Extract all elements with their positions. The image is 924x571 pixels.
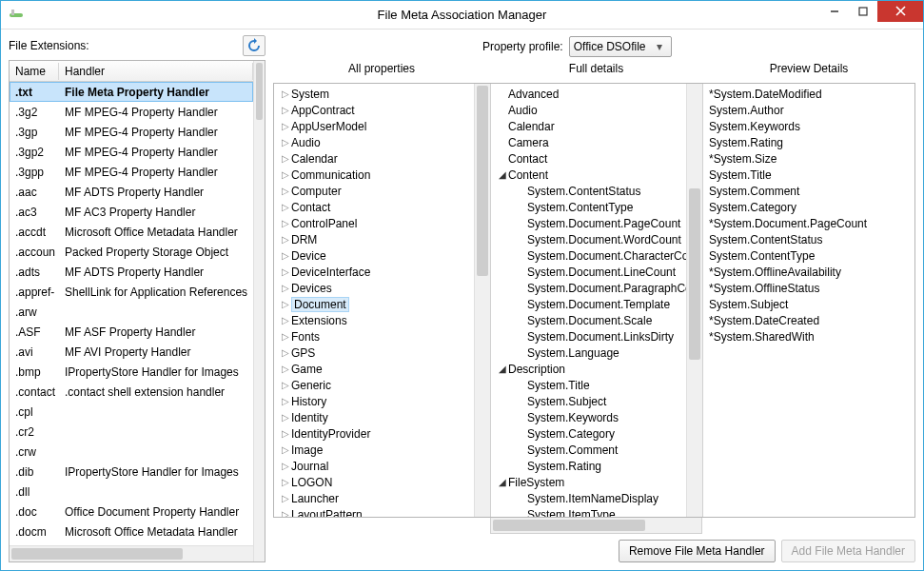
- expand-icon[interactable]: ▷: [280, 218, 291, 228]
- expand-icon[interactable]: ▷: [280, 412, 291, 423]
- expand-icon[interactable]: ▷: [280, 234, 291, 245]
- expand-icon[interactable]: ▷: [280, 347, 291, 358]
- tree-item[interactable]: ▷Communication: [274, 167, 474, 183]
- table-row[interactable]: .accdtMicrosoft Office Metadata Handler: [10, 222, 253, 242]
- table-row[interactable]: .accounPacked Property Storage Object: [10, 242, 253, 262]
- list-item[interactable]: System.Author: [703, 102, 914, 118]
- collapse-icon[interactable]: ◢: [497, 364, 508, 374]
- expand-icon[interactable]: ▷: [280, 331, 291, 342]
- tree-item[interactable]: System.Document.Template: [491, 296, 686, 312]
- tree-item[interactable]: ▷Devices: [274, 280, 474, 296]
- tree-item[interactable]: System.Rating: [491, 458, 686, 474]
- table-row[interactable]: .arw: [10, 302, 253, 322]
- tree-item[interactable]: System.Comment: [491, 442, 686, 458]
- expand-icon[interactable]: ▷: [280, 509, 291, 517]
- expand-icon[interactable]: ▷: [280, 186, 291, 196]
- table-row[interactable]: .3g2MF MPEG-4 Property Handler: [10, 102, 253, 122]
- expand-icon[interactable]: ▷: [280, 105, 291, 115]
- expand-icon[interactable]: ▷: [280, 461, 291, 471]
- table-row[interactable]: .3gpMF MPEG-4 Property Handler: [10, 122, 253, 142]
- list-item[interactable]: *System.OfflineAvailability: [703, 264, 914, 280]
- tree-item[interactable]: Audio: [491, 102, 686, 118]
- expand-icon[interactable]: ▷: [280, 266, 291, 277]
- tree-item[interactable]: ▷Generic: [274, 377, 474, 393]
- expand-icon[interactable]: ▷: [280, 202, 291, 212]
- list-item[interactable]: System.ContentType: [703, 247, 914, 264]
- tree-item[interactable]: System.Language: [491, 345, 686, 361]
- table-row[interactable]: .contact.contact shell extension handler: [10, 382, 253, 402]
- tree-item[interactable]: System.ItemType: [491, 506, 686, 517]
- expand-icon[interactable]: ▷: [280, 137, 291, 148]
- expand-icon[interactable]: ▷: [280, 250, 291, 261]
- tree-item[interactable]: ▷Image: [274, 442, 474, 458]
- all-properties-tree[interactable]: ▷System▷AppContract▷AppUserModel▷Audio▷C…: [274, 84, 474, 517]
- table-row[interactable]: .cr2: [10, 422, 253, 442]
- tree-item[interactable]: ▷DeviceInterface: [274, 264, 474, 280]
- horizontal-scrollbar[interactable]: [490, 518, 702, 534]
- table-row[interactable]: .txtFile Meta Property Handler: [10, 82, 253, 102]
- list-item[interactable]: *System.DateCreated: [703, 312, 914, 328]
- close-button[interactable]: [877, 1, 923, 22]
- table-row[interactable]: .ac3MF AC3 Property Handler: [10, 202, 253, 222]
- tree-item[interactable]: ◢FileSystem: [491, 474, 686, 490]
- tree-item[interactable]: ▷Identity: [274, 409, 474, 425]
- list-item[interactable]: System.Comment: [703, 183, 914, 199]
- table-row[interactable]: .docmMicrosoft Office Metadata Handler: [10, 522, 253, 541]
- tree-item[interactable]: ▷Extensions: [274, 312, 474, 328]
- tree-item[interactable]: ▷IdentityProvider: [274, 425, 474, 442]
- tree-item[interactable]: System.ContentType: [491, 199, 686, 215]
- list-item[interactable]: *System.SharedWith: [703, 328, 914, 345]
- list-item[interactable]: System.Category: [703, 199, 914, 215]
- collapse-icon[interactable]: ◢: [497, 477, 508, 487]
- tree-item[interactable]: ▷Audio: [274, 134, 474, 150]
- expand-icon[interactable]: ▷: [280, 283, 291, 293]
- list-item[interactable]: *System.OfflineStatus: [703, 280, 914, 296]
- tree-item[interactable]: ▷Game: [274, 361, 474, 377]
- extensions-table[interactable]: Name Handler .txtFile Meta Property Hand…: [9, 60, 265, 562]
- tree-item[interactable]: ▷Launcher: [274, 490, 474, 506]
- tree-item[interactable]: Calendar: [491, 118, 686, 134]
- expand-icon[interactable]: ▷: [280, 493, 291, 503]
- tree-item[interactable]: System.Keywords: [491, 409, 686, 425]
- table-row[interactable]: .dll: [10, 482, 253, 502]
- tree-item[interactable]: System.ItemNameDisplay: [491, 490, 686, 506]
- tree-item[interactable]: Contact: [491, 150, 686, 167]
- table-row[interactable]: .bmpIPropertyStore Handler for Images: [10, 362, 253, 382]
- tree-item[interactable]: ▷LOGON: [274, 474, 474, 490]
- horizontal-scrollbar[interactable]: [10, 545, 253, 561]
- tree-item[interactable]: ▷ControlPanel: [274, 215, 474, 231]
- full-details-tree[interactable]: AdvancedAudioCalendarCameraContact◢Conte…: [491, 84, 686, 517]
- tree-item[interactable]: ▷AppContract: [274, 102, 474, 118]
- list-item[interactable]: *System.DateModified: [703, 86, 914, 102]
- tree-item[interactable]: System.Document.LinksDirty: [491, 328, 686, 345]
- tree-item[interactable]: System.Title: [491, 377, 686, 393]
- expand-icon[interactable]: ▷: [280, 89, 291, 99]
- expand-icon[interactable]: ▷: [280, 380, 291, 390]
- tree-item[interactable]: ▷System: [274, 86, 474, 102]
- tree-item[interactable]: ▷History: [274, 393, 474, 409]
- vertical-scrollbar[interactable]: [253, 61, 265, 561]
- list-item[interactable]: *System.Document.PageCount: [703, 215, 914, 231]
- tree-item[interactable]: System.Document.LineCount: [491, 264, 686, 280]
- expand-icon[interactable]: ▷: [280, 299, 291, 309]
- table-row[interactable]: .3gppMF MPEG-4 Property Handler: [10, 162, 253, 182]
- tree-item[interactable]: ▷Contact: [274, 199, 474, 215]
- maximize-button[interactable]: [849, 1, 877, 22]
- expand-icon[interactable]: ▷: [280, 444, 291, 455]
- tree-item[interactable]: ▷Calendar: [274, 150, 474, 167]
- expand-icon[interactable]: ▷: [280, 121, 291, 131]
- tree-item[interactable]: System.Category: [491, 425, 686, 442]
- list-item[interactable]: System.Rating: [703, 134, 914, 150]
- tree-item[interactable]: ▷Computer: [274, 183, 474, 199]
- expand-icon[interactable]: ▷: [280, 477, 291, 487]
- table-row[interactable]: .appref-ShellLink for Application Refere…: [10, 282, 253, 302]
- table-row[interactable]: .docOffice Document Property Handler: [10, 502, 253, 522]
- table-row[interactable]: .crw: [10, 442, 253, 462]
- list-item[interactable]: *System.Size: [703, 150, 914, 167]
- tree-item[interactable]: Camera: [491, 134, 686, 150]
- tree-item[interactable]: ▷LayoutPattern: [274, 506, 474, 517]
- list-item[interactable]: System.ContentStatus: [703, 231, 914, 247]
- tree-item[interactable]: System.Subject: [491, 393, 686, 409]
- column-header-handler[interactable]: Handler: [59, 63, 253, 80]
- table-row[interactable]: .ASFMF ASF Property Handler: [10, 322, 253, 342]
